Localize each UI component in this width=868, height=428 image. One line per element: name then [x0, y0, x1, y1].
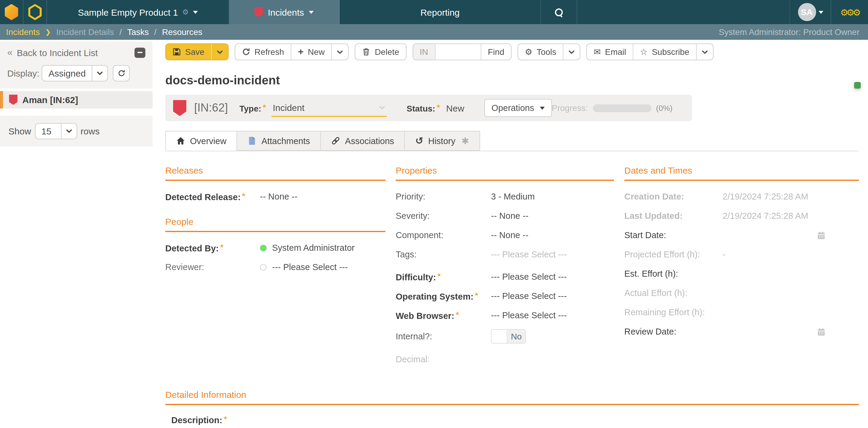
subscribe-button[interactable]: ☆ Subscribe — [633, 44, 697, 60]
incident-item-label: Aman [IN:62] — [22, 95, 78, 105]
save-options-button[interactable] — [212, 44, 228, 60]
chevron-down-icon — [818, 10, 823, 13]
chevron-down-icon — [568, 48, 575, 55]
find-input[interactable] — [435, 44, 481, 60]
field-row-web-browser: Web Browser:★ --- Please Select --- — [396, 310, 614, 321]
incident-list-item[interactable]: Aman [IN:62] — [0, 91, 153, 108]
tags-value[interactable]: --- Please Select --- — [491, 250, 614, 259]
find-group: IN Find — [412, 43, 512, 60]
envelope-icon: ✉ — [594, 47, 601, 56]
plus-icon: + — [298, 47, 304, 57]
new-options-button[interactable] — [332, 44, 348, 60]
tab-attachments[interactable]: Attachments — [237, 131, 321, 151]
new-button[interactable]: + New — [291, 44, 332, 60]
component-value[interactable]: -- None -- — [491, 230, 614, 240]
nav-tab-incidents[interactable]: Incidents — [229, 0, 340, 24]
email-button[interactable]: ✉ Email — [587, 44, 634, 60]
type-select[interactable]: Incident — [272, 99, 387, 117]
field-label: Component: — [396, 230, 491, 240]
field-label: Difficulty:★ — [396, 271, 491, 282]
incident-shield-icon — [9, 95, 18, 105]
section-heading-releases: Releases — [165, 165, 385, 181]
system-settings-button[interactable]: ⚙⚙⚙ — [831, 0, 868, 24]
difficulty-value[interactable]: --- Please Select --- — [491, 272, 614, 282]
description-label: Description:★ — [171, 415, 859, 425]
breadcrumb-separator: / — [119, 27, 122, 37]
find-prefix: IN — [413, 44, 435, 60]
required-star-icon: ★ — [223, 415, 228, 421]
field-label: Web Browser:★ — [396, 310, 491, 320]
tools-button[interactable]: ⚙ Tools — [518, 44, 564, 60]
display-select[interactable]: Assigned — [42, 65, 108, 81]
detected-by-value[interactable]: System Administrator — [260, 243, 385, 253]
required-star-icon: ★ — [241, 191, 246, 197]
subscribe-options-button[interactable] — [697, 44, 713, 60]
refresh-button[interactable]: Refresh — [235, 44, 291, 60]
tab-history[interactable]: ↺ History ✱ — [405, 131, 480, 151]
projected-effort-value: - — [723, 250, 859, 259]
rows-select[interactable]: 15 — [35, 123, 77, 139]
spira-logo[interactable] — [0, 0, 24, 24]
calendar-icon[interactable] — [817, 327, 826, 336]
field-label: Internal?: — [396, 332, 491, 341]
refresh-icon — [117, 69, 125, 77]
section-heading-properties: Properties — [396, 165, 614, 181]
loading-asterisk-icon: ✱ — [461, 135, 469, 146]
field-row-severity: Severity: -- None -- — [396, 210, 614, 221]
tools-options-button[interactable] — [564, 44, 580, 60]
sidebar-pagination-section: Show 15 rows — [0, 116, 153, 146]
chevron-down-icon — [193, 10, 198, 13]
internal-toggle[interactable]: No — [491, 329, 526, 343]
progress-percent: (0%) — [656, 103, 673, 112]
collapse-sidebar-button[interactable] — [134, 47, 145, 58]
status-indicator — [854, 82, 861, 89]
product-menu[interactable]: Sample Empty Product 1 ⚙ — [47, 0, 229, 24]
field-label: Severity: — [396, 211, 491, 221]
save-button[interactable]: Save — [166, 44, 212, 60]
chevron-down-icon — [217, 48, 223, 55]
breadcrumb-tasks[interactable]: Tasks — [127, 27, 149, 37]
delete-button[interactable]: Delete — [355, 43, 407, 60]
search-icon — [555, 8, 563, 16]
nav-tab-reporting[interactable]: Reporting — [340, 0, 541, 24]
star-outline-icon: ☆ — [640, 47, 648, 56]
detected-release-value[interactable]: -- None -- — [260, 192, 385, 201]
nav-tab-label: Incidents — [268, 7, 304, 17]
refresh-list-button[interactable] — [113, 65, 130, 81]
user-menu[interactable]: SA — [790, 0, 831, 24]
tab-associations[interactable]: Associations — [321, 131, 405, 151]
detailed-information-section: Detailed Information Description:★ Parag… — [165, 389, 859, 428]
operations-button[interactable]: Operations — [484, 99, 552, 117]
breadcrumb: Incidents ❯ Incident Details / Tasks / R… — [0, 24, 868, 40]
workspace-logo[interactable] — [24, 0, 47, 24]
operating-system-value[interactable]: --- Please Select --- — [491, 291, 614, 301]
breadcrumb-incidents[interactable]: Incidents — [6, 27, 40, 37]
tab-overview[interactable]: Overview — [165, 131, 237, 151]
find-input-wrap — [435, 44, 482, 60]
find-button[interactable]: Find — [482, 44, 511, 60]
empty-status-icon — [260, 264, 267, 270]
field-label: Actual Effort (h): — [624, 288, 723, 298]
field-label: Remaining Effort (h): — [624, 307, 723, 317]
calendar-icon[interactable] — [817, 231, 826, 240]
severity-value[interactable]: -- None -- — [491, 211, 614, 221]
status-label: Status:★ — [407, 103, 441, 113]
field-row-internal: Internal?: No — [396, 329, 614, 343]
rows-label: rows — [81, 126, 99, 136]
web-browser-value[interactable]: --- Please Select --- — [491, 310, 614, 320]
breadcrumb-resources[interactable]: Resources — [162, 27, 203, 37]
save-icon — [173, 47, 181, 56]
sidebar-header-section: « Back to Incident List Display: Assigne… — [0, 42, 153, 89]
breadcrumb-chevron-icon: ❯ — [45, 28, 51, 36]
priority-value[interactable]: 3 - Medium — [491, 192, 614, 201]
section-heading-dates: Dates and Times — [624, 165, 859, 181]
avatar: SA — [798, 3, 816, 21]
global-search-button[interactable] — [541, 0, 577, 24]
history-icon: ↺ — [415, 136, 424, 145]
back-to-incident-list-link[interactable]: Back to Incident List — [17, 47, 98, 58]
nav-tab-label: Reporting — [421, 7, 460, 17]
back-chevrons-icon: « — [7, 47, 13, 58]
reviewer-value[interactable]: --- Please Select --- — [260, 262, 385, 272]
field-row-remaining-effort: Remaining Effort (h): — [624, 307, 859, 318]
progress-bar — [593, 104, 651, 112]
